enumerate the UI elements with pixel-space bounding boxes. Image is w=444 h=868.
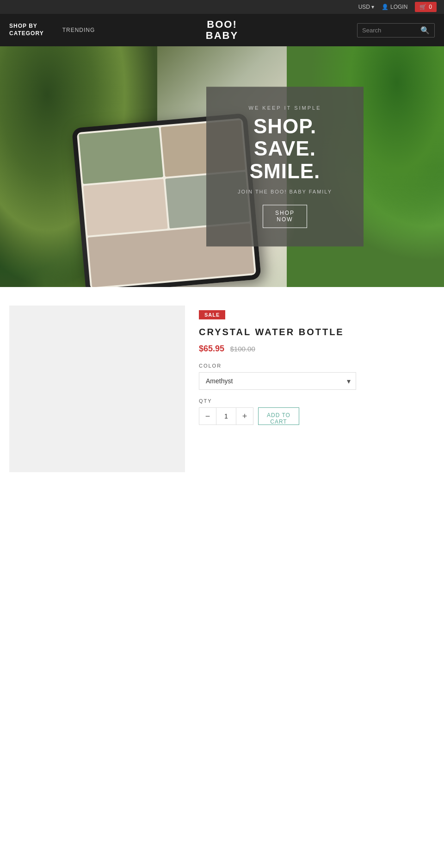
footer-area xyxy=(0,491,444,868)
color-select-wrapper: Amethyst Rose Quartz Clear Quartz Citrin… xyxy=(199,372,356,390)
cart-button[interactable]: 🛒 0 xyxy=(415,2,437,12)
plus-icon: + xyxy=(242,412,247,421)
hero-title: SHOP. SAVE. SMILE. xyxy=(220,115,350,182)
nav-trending-link[interactable]: TRENDING xyxy=(62,27,95,33)
hero-shop-now-button[interactable]: SHOPNOW xyxy=(263,205,307,228)
search-input[interactable] xyxy=(362,27,418,34)
main-nav: SHOP BY CATEGORY TRENDING BOO! BABY 🔍 xyxy=(0,14,444,46)
product-section: SALE CRYSTAL WATER BOTTLE $65.95 $100.00… xyxy=(0,287,444,491)
minus-icon: − xyxy=(205,412,210,421)
qty-increase-button[interactable]: + xyxy=(236,408,253,425)
cart-icon: 🛒 xyxy=(419,4,426,10)
hero-subtitle: WE KEEP IT SIMPLE xyxy=(220,105,350,111)
hero-tagline: JOIN THE BOO! BABY FAMILY xyxy=(220,189,350,195)
qty-row: − + ADD TOCART xyxy=(199,407,435,425)
product-prices: $65.95 $100.00 xyxy=(199,344,435,354)
qty-label: QTY xyxy=(199,398,435,404)
currency-label: USD xyxy=(358,4,370,10)
color-select[interactable]: Amethyst Rose Quartz Clear Quartz Citrin… xyxy=(199,372,356,390)
user-icon: 👤 xyxy=(382,4,388,10)
product-image xyxy=(9,306,185,472)
product-name: CRYSTAL WATER BOTTLE xyxy=(199,327,435,337)
add-to-cart-button[interactable]: ADD TOCART xyxy=(258,407,299,425)
cart-count: 0 xyxy=(429,4,432,10)
qty-decrease-button[interactable]: − xyxy=(199,408,216,425)
top-bar: USD ▾ 👤 LOGIN 🛒 0 xyxy=(0,0,444,14)
logo-line1: BOO! xyxy=(206,19,238,30)
currency-chevron: ▾ xyxy=(371,4,374,10)
product-price-original: $100.00 xyxy=(230,345,255,353)
login-label: LOGIN xyxy=(390,4,407,10)
add-to-cart-label: ADD TOCART xyxy=(267,412,290,425)
hero-section: WE KEEP IT SIMPLE SHOP. SAVE. SMILE. JOI… xyxy=(0,46,444,287)
hero-overlay: WE KEEP IT SIMPLE SHOP. SAVE. SMILE. JOI… xyxy=(206,87,364,246)
nav-right: 🔍 xyxy=(222,23,435,37)
hero-title-line1: SHOP. SAVE. xyxy=(253,115,316,160)
search-box[interactable]: 🔍 xyxy=(357,23,435,37)
shop-by-label: SHOP BY xyxy=(9,23,44,30)
login-link[interactable]: 👤 LOGIN xyxy=(382,4,407,10)
color-label: COLOR xyxy=(199,363,435,368)
sidebar-item-shop-category[interactable]: SHOP BY CATEGORY xyxy=(9,23,44,37)
site-logo[interactable]: BOO! BABY xyxy=(206,19,238,41)
category-label: CATEGORY xyxy=(9,30,44,37)
search-submit-button[interactable]: 🔍 xyxy=(418,26,430,35)
sale-badge: SALE xyxy=(199,310,225,319)
qty-controls: − + xyxy=(199,407,253,425)
product-details: SALE CRYSTAL WATER BOTTLE $65.95 $100.00… xyxy=(199,306,435,472)
logo-line2: BABY xyxy=(206,30,238,41)
qty-input[interactable] xyxy=(216,408,236,425)
hero-title-line2: SMILE. xyxy=(250,160,321,182)
product-price-current: $65.95 xyxy=(199,344,224,353)
nav-left: SHOP BY CATEGORY TRENDING xyxy=(9,23,222,37)
currency-selector[interactable]: USD ▾ xyxy=(358,4,374,10)
search-icon: 🔍 xyxy=(420,26,430,34)
